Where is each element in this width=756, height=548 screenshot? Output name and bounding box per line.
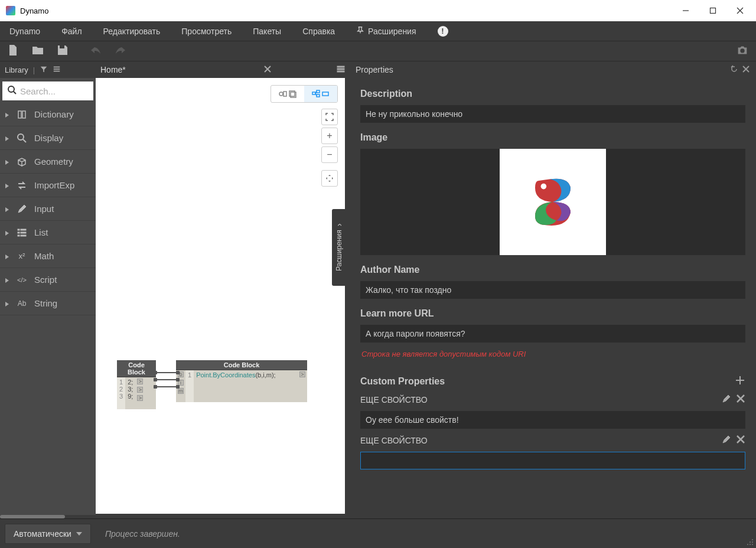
- out-port[interactable]: >: [137, 387, 143, 393]
- app-logo-icon: [6, 6, 15, 15]
- svg-marker-33: [284, 92, 286, 96]
- menu-file[interactable]: Файл: [58, 24, 85, 38]
- menu-edit[interactable]: Редактировать: [100, 24, 164, 38]
- custom-property-value[interactable]: [360, 411, 745, 429]
- in-port[interactable]: m: [178, 388, 184, 394]
- library-item-math[interactable]: x² Math: [0, 244, 96, 268]
- library-item-label: Math: [34, 251, 54, 261]
- zoom-controls: + −: [321, 109, 338, 187]
- graph-canvas[interactable]: + − Расширения › Code Block 1: [96, 78, 345, 514]
- library-item-importexport[interactable]: ImportExp: [0, 174, 96, 197]
- svg-rect-29: [337, 66, 344, 67]
- svg-point-8: [8, 86, 14, 92]
- library-title: Library: [5, 66, 28, 74]
- custom-property-name: ЕЩЕ СВОЙСТВО: [360, 436, 428, 445]
- redo-button[interactable]: [113, 43, 128, 60]
- status-text: Процесс завершен.: [105, 529, 180, 539]
- svg-rect-38: [317, 94, 320, 97]
- graph-view-button[interactable]: [304, 86, 337, 102]
- chevron-right-icon: [5, 251, 9, 261]
- pan-button[interactable]: [321, 170, 338, 187]
- out-port[interactable]: >: [137, 379, 143, 384]
- description-input[interactable]: [360, 105, 745, 123]
- window-title: Dynamo: [20, 6, 48, 15]
- library-panel: Library | Dictionary Display: [0, 61, 96, 518]
- library-item-input[interactable]: Input: [0, 197, 96, 221]
- library-item-label: Display: [34, 133, 63, 143]
- menu-dynamo[interactable]: Dynamo: [6, 24, 44, 38]
- close-panel-icon[interactable]: [742, 65, 750, 75]
- url-input[interactable]: [360, 325, 745, 342]
- svg-rect-22: [18, 235, 19, 236]
- workspace-tab-title[interactable]: Home*: [100, 65, 126, 74]
- resize-grip[interactable]: [745, 537, 754, 546]
- run-mode-dropdown[interactable]: Автоматически: [5, 524, 91, 544]
- zoom-fit-button[interactable]: [321, 109, 338, 125]
- custom-property-value[interactable]: [360, 452, 745, 469]
- close-button[interactable]: [726, 0, 754, 21]
- library-item-display[interactable]: Display: [0, 126, 96, 150]
- geometry-view-button[interactable]: [271, 86, 304, 102]
- library-item-list[interactable]: List: [0, 221, 96, 244]
- code-block-node-2[interactable]: Code Block b i m 1 Point.ByCoord: [176, 360, 307, 402]
- image-preview[interactable]: [360, 149, 745, 255]
- edit-property-icon[interactable]: [722, 435, 731, 446]
- maximize-button[interactable]: [699, 0, 726, 21]
- library-item-label: Geometry: [34, 156, 73, 167]
- filter-icon[interactable]: [40, 65, 48, 75]
- library-search[interactable]: [2, 81, 93, 100]
- out-port[interactable]: >: [299, 371, 305, 377]
- custom-property-name: ЕЩЕ СВОЙСТВО: [360, 395, 428, 405]
- svg-marker-51: [76, 532, 82, 536]
- zoom-in-button[interactable]: +: [321, 128, 338, 144]
- undo-icon[interactable]: [729, 65, 737, 75]
- menu-extensions[interactable]: Расширения: [353, 24, 419, 38]
- delete-property-icon[interactable]: [736, 394, 745, 405]
- node-header: Code Block: [117, 360, 156, 377]
- swap-icon: [15, 180, 28, 191]
- library-item-geometry[interactable]: Geometry: [0, 150, 96, 174]
- zoom-out-button[interactable]: −: [321, 146, 338, 163]
- author-input[interactable]: [360, 281, 745, 299]
- svg-point-12: [18, 134, 24, 140]
- menu-view[interactable]: Просмотреть: [178, 24, 235, 38]
- menu-help[interactable]: Справка: [299, 24, 338, 38]
- out-ports: > > >: [135, 377, 145, 409]
- undo-button[interactable]: [89, 43, 103, 60]
- url-error: Строка не является допустимым кодом URI: [360, 348, 745, 360]
- save-file-button[interactable]: [56, 43, 70, 60]
- list-view-icon[interactable]: [53, 65, 61, 75]
- library-item-script[interactable]: </> Script: [0, 268, 96, 292]
- add-property-button[interactable]: [735, 375, 745, 388]
- menubar: Dynamo Файл Редактировать Просмотреть Па…: [0, 21, 756, 41]
- out-port[interactable]: >: [137, 395, 143, 401]
- hamburger-icon[interactable]: [337, 65, 345, 75]
- svg-marker-26: [5, 302, 9, 306]
- workspace-tabbar: Home*: [96, 61, 350, 78]
- delete-property-icon[interactable]: [736, 435, 745, 446]
- edit-property-icon[interactable]: [722, 394, 731, 405]
- custom-property-row: ЕЩЕ СВОЙСТВО: [360, 435, 745, 446]
- library-item-dictionary[interactable]: Dictionary: [0, 103, 96, 126]
- chevron-right-icon: [5, 133, 9, 143]
- library-item-string[interactable]: Ab String: [0, 292, 96, 315]
- code-content[interactable]: 2; 3; 9;: [125, 377, 135, 409]
- svg-rect-18: [18, 229, 19, 230]
- open-file-button[interactable]: [31, 43, 45, 60]
- description-label: Description: [360, 89, 745, 99]
- svg-rect-36: [312, 92, 315, 94]
- toolbar: [0, 41, 756, 61]
- extensions-side-tab[interactable]: Расширения ›: [332, 209, 345, 286]
- chevron-right-icon: [5, 156, 9, 167]
- screenshot-button[interactable]: [735, 44, 750, 59]
- info-badge[interactable]: !: [438, 26, 448, 37]
- svg-rect-6: [54, 68, 60, 70]
- minimize-button[interactable]: [672, 0, 699, 21]
- code-block-node-1[interactable]: Code Block 1 2 3 2; 3; 9;: [117, 360, 156, 409]
- menu-packages[interactable]: Пакеты: [249, 24, 285, 38]
- close-tab-icon[interactable]: [263, 65, 272, 75]
- custom-property-row: ЕЩЕ СВОЙСТВО: [360, 394, 745, 405]
- code-content[interactable]: Point.ByCoordinates(b,i,m);: [194, 370, 298, 402]
- new-file-button[interactable]: [6, 43, 20, 60]
- svg-point-52: [752, 539, 753, 540]
